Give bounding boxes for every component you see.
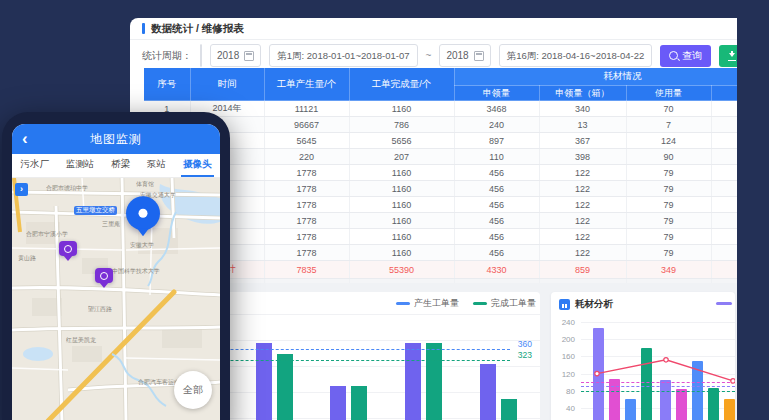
report-table-wrapper: 序号 时间 工单产生量/个 工单完成量/个 耗材情况 申领量 申领量（箱） 使用…	[144, 68, 737, 297]
query-button-label: 查询	[682, 49, 702, 63]
chart-legend: 产生工单量完成工单量	[396, 297, 536, 310]
col-header-sub-3[interactable]: 库存量	[711, 86, 737, 101]
table-cell: 1778	[264, 165, 349, 181]
camera-marker[interactable]	[95, 268, 113, 283]
table-cell: 456	[454, 245, 539, 261]
table-cell: 1778	[264, 181, 349, 197]
map-label: 中国科学技术大学	[112, 267, 160, 275]
bar-完成工单量[interactable]	[277, 354, 293, 420]
table-cell: 456	[454, 213, 539, 229]
map-expander-button[interactable]: ›	[15, 183, 28, 196]
legend-label: 产生工单量	[414, 297, 459, 310]
table-cell: 122	[539, 197, 626, 213]
selected-marker[interactable]	[126, 196, 160, 230]
legend-label: 完成工单量	[491, 297, 536, 310]
table-cell: 240	[454, 117, 539, 133]
table-cell: 122	[539, 213, 626, 229]
back-chevron-icon[interactable]: ‹	[22, 125, 28, 153]
legend-item[interactable]: 完成工单量	[473, 297, 536, 310]
table-cell: 79	[626, 181, 711, 197]
map-label: 三里庵	[102, 220, 120, 228]
bar-产生工单量[interactable]	[330, 386, 346, 420]
year-from-select[interactable]: 2018	[210, 44, 261, 67]
bar-产生工单量[interactable]	[480, 364, 496, 420]
table-cell: 13	[539, 117, 626, 133]
bar-完成工单量[interactable]	[351, 386, 367, 420]
phone-tab-监测站[interactable]: 监测站	[64, 154, 97, 177]
table-cell: 110	[454, 149, 539, 165]
phone-mockup: ‹ 地图监测 污水厂监测站桥梁泵站摄像头	[2, 112, 230, 420]
table-cell: 650	[711, 117, 737, 133]
table-cell: 129	[711, 133, 737, 149]
table-cell: 456	[454, 229, 539, 245]
calendar-icon	[474, 51, 484, 61]
refline-value: 360	[518, 339, 532, 349]
table-cell: 79	[626, 213, 711, 229]
period-option-年[interactable]: 年	[201, 45, 202, 66]
map-label: 合肥市宁溪小学	[26, 230, 68, 238]
table-row[interactable]: 2202071103989019	[144, 149, 737, 165]
table-cell: 367	[539, 133, 626, 149]
col-header-completed[interactable]: 工单完成量/个	[349, 68, 454, 101]
phone-screen: ‹ 地图监测 污水厂监测站桥梁泵站摄像头	[12, 124, 220, 420]
table-cell: 79	[626, 165, 711, 181]
col-header-time[interactable]: 时间	[190, 68, 264, 101]
week-range-to[interactable]: 第16周: 2018-04-16~2018-04-22	[499, 44, 653, 67]
table-row[interactable]: 177811604561227967	[144, 229, 737, 245]
camera-marker[interactable]	[59, 241, 77, 256]
table-row[interactable]: 12014年111211160346834070250	[144, 101, 737, 117]
table-cell: 122	[539, 245, 626, 261]
legend-item[interactable]: 产生工单量	[396, 297, 459, 310]
col-header-seq[interactable]: 序号	[144, 68, 190, 101]
table-cell: 67	[711, 165, 737, 181]
table-cell: 3468	[454, 101, 539, 117]
export-excel-button[interactable]: 导出Excel	[719, 45, 737, 67]
bar-产生工单量[interactable]	[256, 343, 272, 420]
map-view[interactable]: › 五里墩立交桥 合肥市琥珀中学体育馆安徽交通大学三里庵合肥市宁溪小学安徽大学中…	[12, 178, 220, 420]
breadcrumb: 数据统计 / 维修报表	[151, 22, 244, 36]
table-row[interactable]: 177811604561227967	[144, 165, 737, 181]
table-cell: 122	[539, 229, 626, 245]
page: { "colors":{"page_bg":"#233056","primary…	[0, 0, 769, 420]
bar-产生工单量[interactable]	[405, 343, 421, 420]
download-icon	[728, 51, 736, 61]
table-row[interactable]: 56455656897367124129	[144, 133, 737, 149]
table-row[interactable]: 177811604561227967	[144, 197, 737, 213]
query-button[interactable]: 查询	[660, 45, 711, 67]
breadcrumb-accent-bar	[142, 23, 145, 34]
phone-tab-泵站[interactable]: 泵站	[145, 154, 168, 177]
table-cell: 1160	[349, 165, 454, 181]
table-row[interactable]: 96667786240137650	[144, 117, 737, 133]
table-cell: 79	[626, 229, 711, 245]
phone-tab-桥梁[interactable]: 桥梁	[109, 154, 132, 177]
week-range-from[interactable]: 第1周: 2018-01-01~2018-01-07	[269, 44, 417, 67]
table-cell: 334	[711, 261, 737, 279]
phone-tab-污水厂[interactable]: 污水厂	[18, 154, 51, 177]
table-cell: 11121	[264, 101, 349, 117]
col-header-consumables-group: 耗材情况	[454, 68, 737, 86]
col-header-created[interactable]: 工单产生量/个	[264, 68, 349, 101]
all-filter-button[interactable]: 全部	[174, 371, 212, 409]
table-cell: 70	[626, 101, 711, 117]
table-row[interactable]: 177811604561227967	[144, 213, 737, 229]
phone-tab-摄像头[interactable]: 摄像头	[181, 154, 214, 177]
col-header-sub-2[interactable]: 使用量	[626, 86, 711, 101]
table-cell: 67	[711, 213, 737, 229]
table-row[interactable]: 177811604561227967	[144, 181, 737, 197]
bar-完成工单量[interactable]	[501, 399, 517, 420]
table-cell: 5645	[264, 133, 349, 149]
period-label: 统计周期：	[142, 49, 192, 63]
table-row[interactable]: 177811604561227967	[144, 245, 737, 261]
table-row[interactable]: 合计7835553904330859349334	[144, 261, 737, 279]
col-header-sub-0[interactable]: 申领量	[454, 86, 539, 101]
consumables-bar-line-chart[interactable]: 2402001601208040	[551, 292, 735, 420]
col-header-sub-1[interactable]: 申领量（箱）	[539, 86, 626, 101]
table-cell: 398	[539, 149, 626, 165]
year-to-select[interactable]: 2018	[439, 44, 490, 67]
bar-完成工单量[interactable]	[426, 343, 442, 420]
table-cell: 1778	[264, 197, 349, 213]
table-cell: 124	[626, 133, 711, 149]
table-cell: 79	[626, 197, 711, 213]
table-cell: 122	[539, 181, 626, 197]
road-badge: 五里墩立交桥	[74, 206, 117, 215]
